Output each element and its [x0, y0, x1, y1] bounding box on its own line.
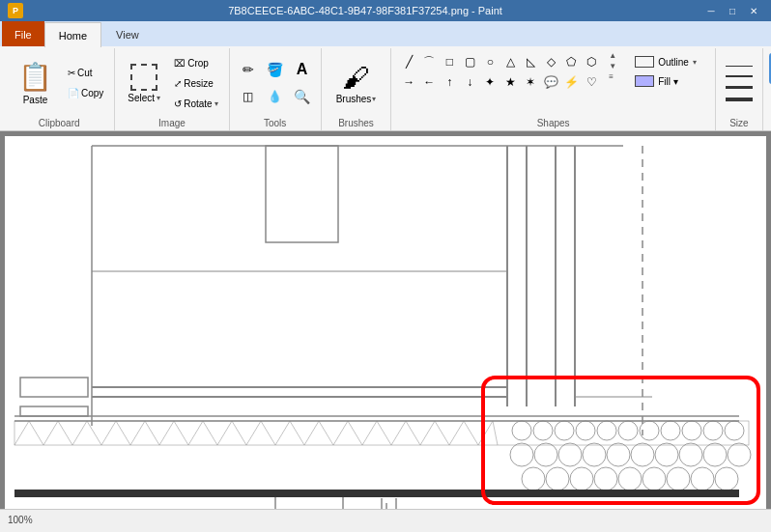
app-icon: P [8, 3, 23, 18]
brushes-dropdown-arrow: ▾ [372, 95, 376, 103]
maximize-button[interactable]: □ [723, 3, 742, 18]
shape-balloon[interactable]: 💬 [541, 72, 560, 92]
size-line-4[interactable] [726, 98, 753, 101]
tab-home[interactable]: Home [44, 22, 101, 47]
shape-arrow-down[interactable]: ↓ [460, 72, 479, 92]
shape-line[interactable]: ╱ [399, 52, 418, 71]
shape-hexagon[interactable]: ⬡ [582, 52, 601, 71]
size-lines [726, 63, 753, 104]
tools-group: ✏ ◫ 🪣 💧 A 🔍 Tools [230, 48, 322, 130]
size-line-1[interactable] [726, 66, 753, 67]
tools-col-2: 🪣 💧 [263, 57, 288, 109]
canvas-area[interactable] [0, 131, 771, 509]
status-zoom: 100% [8, 515, 33, 525]
pencil-button[interactable]: ✏ [236, 57, 261, 82]
shape-heart[interactable]: ♡ [582, 72, 601, 92]
outline-dropdown-arrow: ▾ [693, 58, 697, 67]
copy-icon: 📄 [68, 88, 79, 98]
size-line-3[interactable] [726, 86, 753, 89]
shape-arrow-left[interactable]: ← [419, 72, 439, 92]
tab-file[interactable]: File [2, 21, 44, 46]
shape-arrow-up[interactable]: ↑ [440, 72, 459, 92]
shapes-scroll-all[interactable]: ≡ [607, 71, 618, 82]
tools-col-3: A 🔍 [290, 57, 315, 109]
shape-pentagon[interactable]: ⬠ [561, 52, 581, 71]
fill-preview [635, 75, 654, 87]
minimize-button[interactable]: ─ [701, 3, 721, 18]
crop-icon: ⌧ [174, 58, 186, 69]
image-content: Select ▾ ⌧ Crop ⤢ Resize ↺ Rotate ▾ [119, 48, 224, 116]
shape-roundrect[interactable]: ▢ [460, 52, 479, 71]
tools-label: Tools [234, 116, 317, 130]
rotate-button[interactable]: ↺ Rotate ▾ [169, 94, 222, 113]
clipboard-group: 📋 Paste ✂ Cut 📄 Copy Clipboard [4, 48, 115, 130]
copy-button[interactable]: 📄 Copy [63, 84, 108, 103]
window-controls: ─ □ ✕ [701, 3, 763, 18]
shapes-group: ╱ ⌒ □ ▢ ○ △ ◺ ◇ ⬠ ⬡ → ← ↑ ↓ ✦ ★ [391, 48, 716, 130]
shape-ellipse[interactable]: ○ [480, 52, 500, 71]
ribbon-tabs: File Home View [0, 21, 771, 46]
shape-rect[interactable]: □ [440, 52, 459, 71]
shape-triangle[interactable]: △ [500, 52, 520, 71]
eraser-button[interactable]: ◫ [236, 84, 261, 109]
ribbon-content: 📋 Paste ✂ Cut 📄 Copy Clipboard [0, 46, 771, 131]
size-area [722, 59, 757, 108]
select-icon [130, 64, 157, 91]
title-bar: P 7B8CEECE-6ABC-48C1-9B47-98F381F37254.p… [0, 0, 771, 21]
resize-icon: ⤢ [174, 78, 182, 89]
rotate-dropdown-arrow: ▾ [214, 99, 218, 108]
tab-view[interactable]: View [101, 21, 154, 46]
brush-icon: 🖌 [342, 62, 369, 94]
size-content [720, 48, 758, 116]
cut-icon: ✂ [68, 68, 75, 78]
shapes-scroll-up[interactable]: ▲ [607, 50, 618, 61]
shapes-scroll: ▲ ▼ ≡ [607, 50, 618, 82]
select-dropdown-arrow: ▾ [157, 94, 160, 102]
text-button[interactable]: A [290, 57, 315, 82]
title-text: 7B8CEECE-6ABC-48C1-9B47-98F381F37254.png… [29, 5, 701, 16]
shapes-scroll-down[interactable]: ▼ [607, 61, 618, 71]
brushes-button[interactable]: 🖌 Brushes ▾ [328, 52, 386, 114]
cut-button[interactable]: ✂ Cut [63, 64, 108, 83]
shapes-label: Shapes [395, 116, 711, 130]
tools-content: ✏ ◫ 🪣 💧 A 🔍 [234, 48, 317, 116]
color-picker-button[interactable]: 💧 [263, 84, 288, 109]
image-label: Image [119, 116, 224, 130]
resize-button[interactable]: ⤢ Resize [169, 73, 222, 93]
paste-button[interactable]: 📋 Paste [10, 52, 61, 114]
cut-copy-col: ✂ Cut 📄 Copy [63, 64, 108, 103]
shape-star6[interactable]: ✶ [521, 72, 540, 92]
brushes-label: Brushes [326, 116, 387, 130]
select-button[interactable]: Select ▾ [121, 52, 167, 114]
fill-button[interactable]: Fill ▾ [630, 73, 701, 89]
brushes-group: 🖌 Brushes ▾ Brushes [322, 48, 392, 130]
fill-button[interactable]: 🪣 [263, 57, 288, 82]
size-group: Size [716, 48, 763, 130]
outline-button[interactable]: Outline ▾ [630, 54, 701, 70]
shape-diamond[interactable]: ◇ [541, 52, 560, 71]
crop-resize-col: ⌧ Crop ⤢ Resize ↺ Rotate ▾ [169, 53, 222, 113]
rotate-icon: ↺ [174, 98, 182, 109]
size-label: Size [720, 116, 758, 130]
close-button[interactable]: ✕ [744, 3, 763, 18]
shape-star5[interactable]: ★ [500, 72, 520, 92]
colors-content: Color 1 Color 2 [767, 48, 771, 116]
svg-rect-0 [5, 136, 766, 509]
canvas-svg[interactable] [5, 136, 766, 509]
shapes-grid: ╱ ⌒ □ ▢ ○ △ ◺ ◇ ⬠ ⬡ → ← ↑ ↓ ✦ ★ [397, 50, 603, 94]
shape-star4[interactable]: ✦ [480, 72, 500, 92]
status-bar: 100% [0, 509, 771, 530]
size-line-2[interactable] [726, 75, 753, 77]
clipboard-label: Clipboard [8, 116, 110, 130]
crop-button[interactable]: ⌧ Crop [169, 53, 222, 72]
shape-righttriangle[interactable]: ◺ [521, 52, 540, 71]
magnifier-button[interactable]: 🔍 [290, 84, 315, 109]
brushes-content: 🖌 Brushes ▾ [326, 48, 387, 116]
image-group: Select ▾ ⌧ Crop ⤢ Resize ↺ Rotate ▾ [115, 48, 229, 130]
shape-lightning[interactable]: ⚡ [561, 72, 581, 92]
tools-col-1: ✏ ◫ [236, 57, 261, 109]
outline-preview [635, 56, 654, 68]
shape-curve[interactable]: ⌒ [419, 52, 439, 71]
shape-arrow-right[interactable]: → [399, 72, 418, 92]
outline-fill-area: Outline ▾ Fill ▾ [622, 50, 709, 93]
